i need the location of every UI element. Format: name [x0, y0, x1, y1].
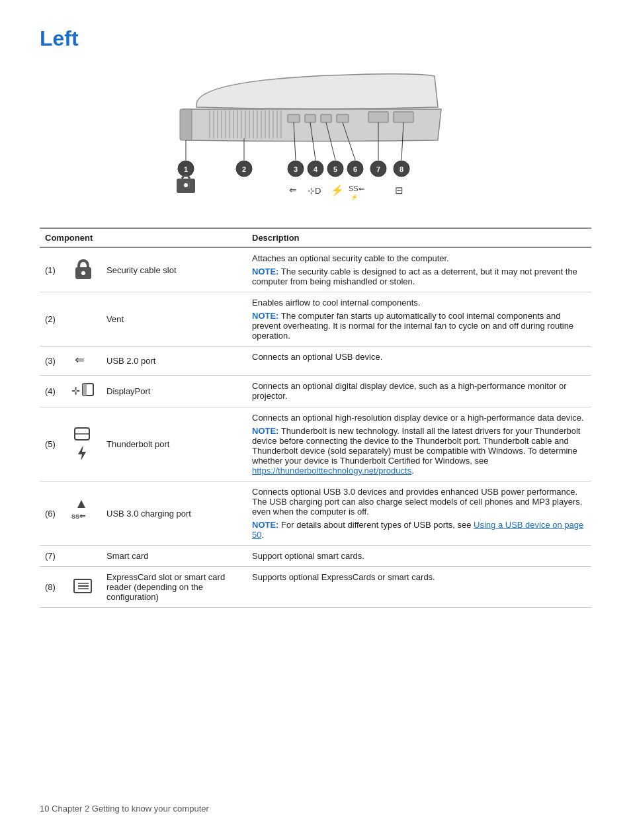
row-number: (4)	[40, 376, 65, 407]
desc-main-text: Connects optional USB 3.0 devices and pr…	[252, 487, 582, 517]
svg-rect-24	[368, 112, 388, 122]
table-row: (5) Thunderbolt portConnects an optional…	[40, 407, 591, 482]
svg-text:⇐: ⇐	[75, 353, 85, 366]
note-paragraph: NOTE: The computer fan starts up automat…	[252, 311, 586, 341]
svg-marker-67	[78, 445, 86, 460]
svg-text:7: 7	[376, 165, 380, 173]
row-number: (7)	[40, 546, 65, 567]
desc-main-text: Attaches an optional security cable to t…	[252, 253, 449, 263]
row-number: (2)	[40, 292, 65, 347]
svg-text:6: 6	[353, 165, 357, 173]
note-paragraph: NOTE: For details about different types …	[252, 520, 586, 540]
note-link[interactable]: https://thunderbolttechnology.net/produc…	[252, 466, 411, 476]
desc-main-text: Connects an optional digital display dev…	[252, 381, 566, 401]
row-description: Supports optional ExpressCards or smart …	[247, 567, 591, 608]
table-header-row: Component Description	[40, 228, 591, 247]
note-paragraph: NOTE: Thunderbolt is new technology. Ins…	[252, 426, 586, 476]
svg-marker-68	[77, 500, 85, 508]
row-component-name: Thunderbolt port	[101, 407, 247, 482]
row-icon: ⇐	[65, 347, 101, 376]
svg-text:SS⇐: SS⇐	[349, 185, 364, 192]
svg-text:5: 5	[333, 165, 337, 173]
row-icon	[65, 567, 101, 608]
note-label: NOTE:	[252, 311, 278, 321]
row-description: Connects an optional high-resolution dis…	[247, 407, 591, 482]
row-icon: ss⇐	[65, 482, 101, 546]
table-row: (3) ⇐ USB 2.0 portConnects an optional U…	[40, 347, 591, 376]
svg-point-60	[81, 271, 85, 275]
row-description: Attaches an optional security cable to t…	[247, 247, 591, 292]
table-row: (6) ss⇐ USB 3.0 charging portConnects op…	[40, 482, 591, 546]
note-label: NOTE:	[252, 426, 278, 436]
component-table: Component Description (1) Security cable…	[40, 228, 591, 608]
row-icon	[65, 407, 101, 482]
row-icon: ⊹	[65, 376, 101, 407]
svg-text:⊹D: ⊹D	[308, 186, 321, 196]
svg-text:⚡: ⚡	[331, 184, 344, 196]
table-row: (7)Smart cardSupport optional smart card…	[40, 546, 591, 567]
table-row: (4) ⊹ DisplayPortConnects an optional di…	[40, 376, 591, 407]
row-component-name: Security cable slot	[101, 247, 247, 292]
desc-main-text: Connects an optional USB device.	[252, 352, 382, 362]
row-component-name: ExpressCard slot or smart card reader (d…	[101, 567, 247, 608]
svg-text:4: 4	[314, 165, 318, 173]
row-component-name: USB 3.0 charging port	[101, 482, 247, 546]
row-component-name: Smart card	[101, 546, 247, 567]
svg-text:⊹: ⊹	[71, 385, 80, 396]
row-component-name: Vent	[101, 292, 247, 347]
table-row: (1) Security cable slotAttaches an optio…	[40, 247, 591, 292]
svg-text:⊟: ⊟	[395, 185, 403, 196]
row-component-name: DisplayPort	[101, 376, 247, 407]
svg-rect-25	[394, 112, 413, 122]
desc-main-text: Support optional smart cards.	[252, 551, 364, 561]
svg-text:2: 2	[242, 165, 246, 173]
desc-main-text: Supports optional ExpressCards or smart …	[252, 572, 435, 582]
note-link[interactable]: Using a USB device on page 50	[252, 520, 583, 540]
note-paragraph: NOTE: The security cable is designed to …	[252, 267, 586, 286]
row-description: Support optional smart cards.	[247, 546, 591, 567]
row-number: (1)	[40, 247, 65, 292]
note-label: NOTE:	[252, 267, 278, 276]
row-icon	[65, 247, 101, 292]
desc-main-text: Connects an optional high-resolution dis…	[252, 413, 584, 423]
row-icon	[65, 546, 101, 567]
note-label: NOTE:	[252, 520, 278, 530]
desc-main-text: Enables airflow to cool internal compone…	[252, 298, 420, 308]
row-number: (6)	[40, 482, 65, 546]
laptop-diagram: 1 2 3 4 5 6 7 8 ⇐	[144, 64, 487, 212]
svg-text:⚡: ⚡	[351, 193, 358, 201]
svg-point-52	[184, 183, 188, 187]
row-description: Connects optional USB 3.0 devices and pr…	[247, 482, 591, 546]
page-footer: 10 Chapter 2 Getting to know your comput…	[40, 804, 209, 814]
row-description: Connects an optional digital display dev…	[247, 376, 591, 407]
svg-rect-0	[180, 109, 192, 140]
row-description: Connects an optional USB device.	[247, 347, 591, 376]
svg-text:8: 8	[400, 165, 403, 173]
svg-text:1: 1	[184, 165, 188, 173]
row-component-name: USB 2.0 port	[101, 347, 247, 376]
row-number: (5)	[40, 407, 65, 482]
col-description: Description	[247, 228, 591, 247]
svg-rect-23	[337, 114, 349, 122]
svg-rect-20	[288, 114, 300, 122]
svg-rect-64	[83, 384, 87, 396]
row-number: (8)	[40, 567, 65, 608]
svg-rect-21	[305, 114, 316, 122]
table-row: (2)VentEnables airflow to cool internal …	[40, 292, 591, 347]
row-description: Enables airflow to cool internal compone…	[247, 292, 591, 347]
svg-text:3: 3	[294, 165, 298, 173]
page-title: Left	[40, 26, 591, 51]
row-icon	[65, 292, 101, 347]
col-component: Component	[40, 228, 247, 247]
svg-rect-22	[321, 114, 331, 122]
svg-text:ss⇐: ss⇐	[71, 512, 86, 520]
row-number: (3)	[40, 347, 65, 376]
svg-text:⇐: ⇐	[289, 185, 297, 195]
table-row: (8) ExpressCard slot or smart card reade…	[40, 567, 591, 608]
